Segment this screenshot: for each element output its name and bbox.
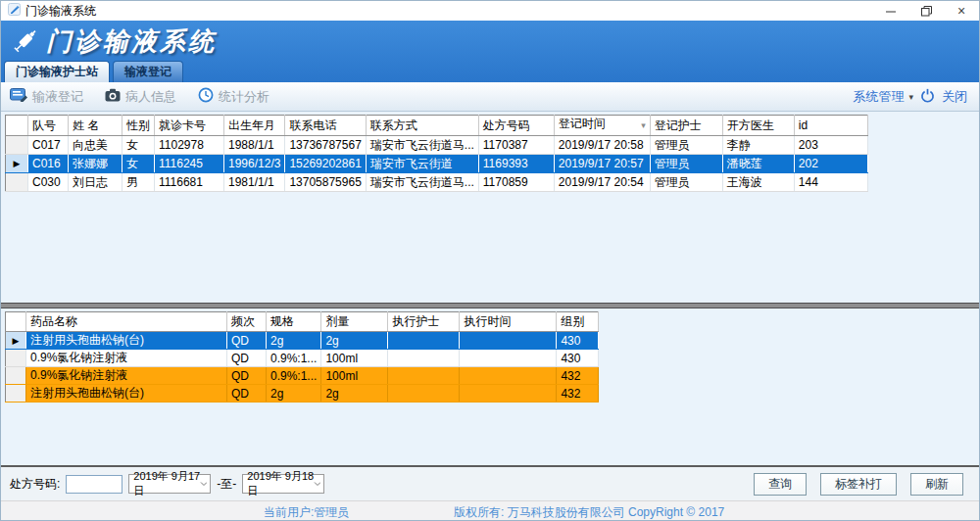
refresh-button[interactable]: 刷新 bbox=[910, 473, 963, 496]
date-to-value: 2019年 9月18日 bbox=[247, 469, 314, 498]
column-header[interactable]: 执行时间 bbox=[460, 312, 557, 332]
cell: QD bbox=[227, 367, 267, 385]
table-header-row: 队号姓 名性别就诊卡号出生年月联系电话联系方式处方号码登记时间▾登记护士开方医生… bbox=[6, 116, 868, 136]
close-app-button[interactable]: 关闭 bbox=[942, 88, 967, 106]
system-management-menu[interactable]: 系统管理 bbox=[853, 88, 904, 106]
cell: 432 bbox=[557, 385, 599, 403]
cell: 1170859 bbox=[478, 173, 554, 192]
column-header[interactable]: 出生年月 bbox=[224, 116, 285, 136]
cell: 2g bbox=[321, 332, 388, 350]
title-bar: 门诊输液系统 × bbox=[1, 1, 979, 21]
cell: 瑞安市飞云街道 bbox=[366, 155, 478, 173]
cell bbox=[460, 385, 557, 403]
cell: 刘日志 bbox=[69, 173, 122, 192]
table-row[interactable]: ▶C016张娜娜女11162451996/12/315269202861瑞安市飞… bbox=[6, 155, 868, 173]
cell: 203 bbox=[794, 136, 867, 155]
date-to-picker[interactable]: 2019年 9月18日 bbox=[242, 474, 324, 494]
app-logo: 门诊输液系统 bbox=[1, 21, 979, 59]
patient-info-button[interactable]: 病人信息 bbox=[105, 88, 176, 106]
row-selector-header bbox=[6, 116, 28, 136]
statistics-icon bbox=[198, 87, 214, 106]
tab-nurse-station[interactable]: 门诊输液护士站 bbox=[4, 61, 110, 82]
cell bbox=[388, 350, 460, 367]
prescription-number-input[interactable] bbox=[66, 475, 122, 494]
column-header[interactable]: 联系方式 bbox=[366, 116, 478, 136]
current-row-arrow[interactable]: ▶ bbox=[6, 155, 28, 173]
date-from-picker[interactable]: 2019年 9月17日 bbox=[128, 474, 211, 494]
cell: C017 bbox=[28, 136, 69, 155]
row-selector-cell[interactable] bbox=[6, 350, 26, 367]
app-header: 门诊输液系统 门诊输液护士站 输液登记 bbox=[1, 21, 979, 82]
cell: 1170387 bbox=[478, 136, 554, 155]
infusion-register-button[interactable]: 输液登记 bbox=[10, 88, 83, 106]
cell: QD bbox=[227, 350, 267, 367]
column-header[interactable]: 队号 bbox=[28, 116, 69, 136]
logo-text: 门诊输液系统 bbox=[46, 24, 217, 59]
cell: QD bbox=[227, 332, 267, 350]
row-selector-cell[interactable] bbox=[6, 385, 26, 403]
restore-button[interactable] bbox=[908, 1, 944, 21]
toolbar-item-label: 输液登记 bbox=[32, 88, 83, 106]
cell: 2019/9/17 20:58 bbox=[554, 136, 650, 155]
cell: 李静 bbox=[722, 136, 794, 155]
statistics-button[interactable]: 统计分析 bbox=[198, 87, 270, 106]
table-row[interactable]: C030刘日志男11166811981/1/113705875965瑞安市飞云街… bbox=[6, 173, 868, 192]
query-button[interactable]: 查询 bbox=[754, 473, 807, 496]
cell: 0.9%氯化钠注射液 bbox=[26, 350, 227, 367]
column-header[interactable]: 姓 名 bbox=[69, 116, 122, 136]
cell: 女 bbox=[122, 155, 155, 173]
cell: 144 bbox=[794, 173, 867, 192]
medications-table[interactable]: 药品名称频次规格剂量执行护士执行时间组别▶注射用头孢曲松钠(台)QD2g2g43… bbox=[5, 311, 599, 403]
column-header[interactable]: 性别 bbox=[122, 116, 155, 136]
cell: 0.9%:1... bbox=[267, 367, 321, 385]
cell: 1996/12/3 bbox=[224, 155, 285, 173]
table-row[interactable]: 注射用头孢曲松钠(台)QD2g2g432 bbox=[6, 385, 599, 403]
column-header[interactable]: 药品名称 bbox=[26, 312, 227, 332]
row-selector-cell[interactable] bbox=[6, 136, 28, 155]
cell: 瑞安市飞云街道马... bbox=[366, 136, 478, 155]
cell: 管理员 bbox=[650, 173, 722, 192]
column-header[interactable]: 登记护士 bbox=[650, 116, 722, 136]
cell: 男 bbox=[122, 173, 155, 192]
minimize-button[interactable] bbox=[873, 1, 908, 21]
table-row[interactable]: 0.9%氯化钠注射液QD0.9%:1...100ml430 bbox=[6, 350, 599, 367]
column-header[interactable]: 开方医生 bbox=[722, 116, 794, 136]
chevron-down-icon bbox=[200, 482, 207, 487]
tab-bar: 门诊输液护士站 输液登记 bbox=[4, 61, 183, 82]
column-header[interactable]: 处方号码 bbox=[478, 116, 554, 136]
table-row[interactable]: ▶注射用头孢曲松钠(台)QD2g2g430 bbox=[6, 332, 599, 350]
column-header[interactable]: 规格 bbox=[267, 312, 321, 332]
date-range-separator: -至- bbox=[217, 476, 236, 493]
cell: 潘晓莲 bbox=[722, 155, 794, 173]
cell bbox=[388, 367, 460, 385]
cell bbox=[460, 367, 557, 385]
close-window-button[interactable]: × bbox=[944, 1, 979, 21]
row-selector-header bbox=[6, 312, 26, 332]
cell: 0.9%:1... bbox=[267, 350, 321, 367]
status-bar: 当前用户:管理员 版权所有: 万马科技股份有限公司 CopyRight © 20… bbox=[1, 500, 979, 520]
cell: 1981/1/1 bbox=[224, 173, 285, 192]
row-selector-cell[interactable] bbox=[6, 367, 26, 385]
cell: 2g bbox=[267, 332, 321, 350]
row-selector-cell[interactable] bbox=[6, 173, 28, 192]
column-header[interactable]: 剂量 bbox=[321, 312, 388, 332]
cell bbox=[388, 385, 460, 403]
cell: 2019/9/17 20:54 bbox=[554, 173, 650, 192]
cell: 13705875965 bbox=[285, 173, 366, 192]
column-header[interactable]: 联系电话 bbox=[285, 116, 366, 136]
column-header[interactable]: 登记时间▾ bbox=[554, 116, 650, 136]
current-row-arrow[interactable]: ▶ bbox=[6, 332, 26, 350]
table-row[interactable]: C017向忠美女11029781988/1/113736787567瑞安市飞云街… bbox=[6, 136, 868, 155]
column-header[interactable]: 就诊卡号 bbox=[155, 116, 224, 136]
table-row[interactable]: 0.9%氯化钠注射液QD0.9%:1...100ml432 bbox=[6, 367, 599, 385]
medications-pane: 药品名称频次规格剂量执行护士执行时间组别▶注射用头孢曲松钠(台)QD2g2g43… bbox=[1, 308, 979, 465]
column-header[interactable]: 频次 bbox=[227, 312, 267, 332]
cell: 瑞安市飞云街道马... bbox=[366, 173, 478, 192]
patients-table[interactable]: 队号姓 名性别就诊卡号出生年月联系电话联系方式处方号码登记时间▾登记护士开方医生… bbox=[5, 115, 868, 192]
cell: 100ml bbox=[321, 350, 388, 367]
column-header[interactable]: id bbox=[794, 116, 867, 136]
label-reprint-button[interactable]: 标签补打 bbox=[820, 473, 897, 496]
column-header[interactable]: 执行护士 bbox=[388, 312, 460, 332]
column-header[interactable]: 组别 bbox=[557, 312, 599, 332]
tab-infusion-register[interactable]: 输液登记 bbox=[113, 61, 183, 82]
